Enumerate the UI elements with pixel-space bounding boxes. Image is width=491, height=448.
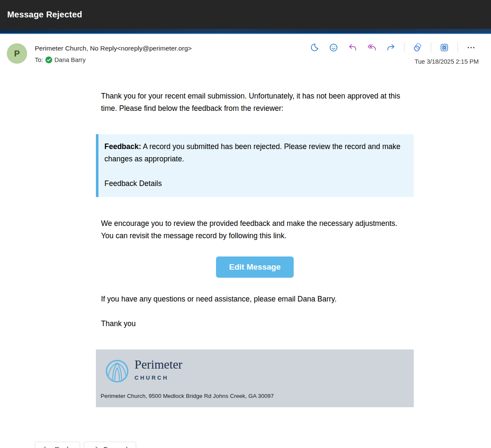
sender-name[interactable]: Perimeter Church, No Reply<noreply@perim… — [35, 45, 192, 52]
reply-arrow-icon — [42, 445, 51, 448]
message-header: P Perimeter Church, No Reply<noreply@per… — [0, 34, 491, 68]
body-paragraph-questions: If you have any questions or need assist… — [96, 293, 404, 305]
perimeter-church-logo-icon — [105, 359, 129, 383]
forward-button-label: Forward — [104, 445, 128, 448]
apps-icon[interactable] — [437, 41, 452, 54]
message-toolbar — [307, 41, 479, 54]
more-options-icon[interactable] — [463, 41, 479, 54]
reply-button-label: Reply — [55, 445, 72, 448]
recipient-row: To: Dana Barry — [35, 56, 192, 63]
reply-icon[interactable] — [345, 41, 360, 54]
window-titlebar: Message Rejected — [0, 0, 491, 29]
body-paragraph-intro: Thank you for your recent email submissi… — [96, 90, 404, 115]
message-subject-title: Message Rejected — [7, 10, 82, 20]
toolbar-divider — [431, 42, 431, 53]
body-paragraph-encourage: We encourage you to review the provided … — [96, 217, 404, 242]
toolbar-divider — [457, 42, 458, 53]
loop-icon[interactable] — [410, 41, 425, 54]
reactions-icon[interactable] — [326, 41, 341, 54]
message-timestamp: Tue 3/18/2025 2:15 PM — [307, 58, 479, 65]
forward-arrow-icon — [91, 445, 99, 448]
forward-icon[interactable] — [383, 41, 398, 54]
recipient-chip[interactable]: Dana Barry — [45, 56, 85, 63]
church-address: Perimeter Church, 9500 Medlock Bridge Rd… — [96, 393, 414, 400]
signature-card: Perimeter CHURCH Perimeter Church, 9500 … — [96, 349, 414, 407]
logo-wordmark: Perimeter — [135, 358, 182, 371]
quick-actions: Reply Forward — [35, 442, 491, 448]
feedback-details-label: Feedback Details — [104, 178, 406, 190]
body-closing: Thank you — [96, 318, 404, 330]
feedback-callout: Feedback: A record you submitted has bee… — [96, 134, 414, 197]
forward-button[interactable]: Forward — [84, 442, 136, 448]
email-body: Thank you for your recent email submissi… — [96, 90, 414, 407]
verified-check-icon — [45, 56, 52, 63]
logo-subtitle: CHURCH — [135, 372, 182, 384]
to-label: To: — [35, 56, 43, 63]
recipient-name: Dana Barry — [54, 56, 85, 63]
feedback-text: Feedback: A record you submitted has bee… — [104, 141, 406, 165]
snooze-icon[interactable] — [307, 41, 322, 54]
reply-all-icon[interactable] — [364, 41, 379, 54]
feedback-label: Feedback: — [104, 142, 141, 151]
sender-avatar[interactable]: P — [7, 43, 27, 64]
edit-message-button[interactable]: Edit Message — [216, 256, 294, 278]
theme-background-strip — [0, 29, 491, 34]
toolbar-divider — [404, 42, 404, 53]
reply-button[interactable]: Reply — [35, 442, 80, 448]
email-reading-pane: Message Rejected P Perimeter Church, No … — [0, 0, 491, 448]
